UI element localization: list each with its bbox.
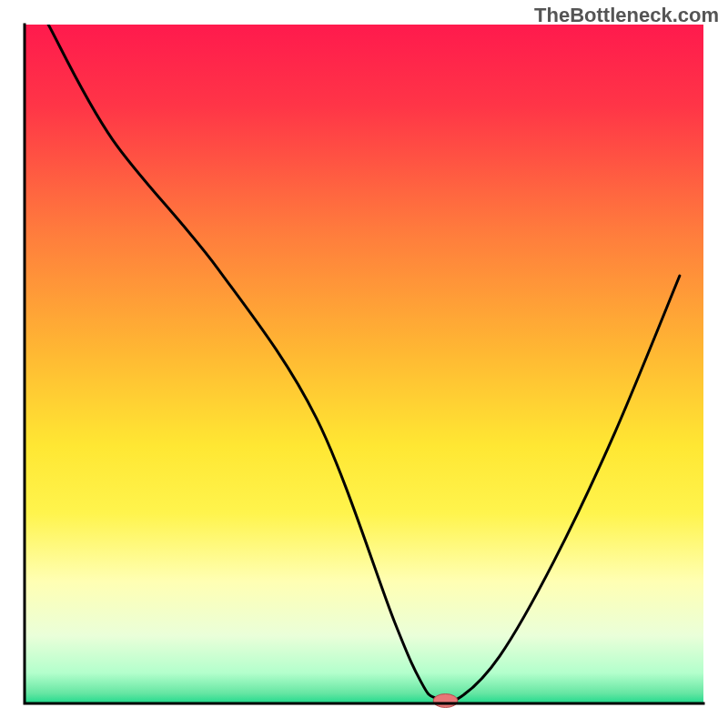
chart-container: TheBottleneck.com <box>0 0 728 728</box>
optimal-marker <box>433 694 458 708</box>
gradient-background <box>25 25 703 703</box>
bottleneck-chart <box>0 0 728 728</box>
watermark-label: TheBottleneck.com <box>534 4 719 27</box>
